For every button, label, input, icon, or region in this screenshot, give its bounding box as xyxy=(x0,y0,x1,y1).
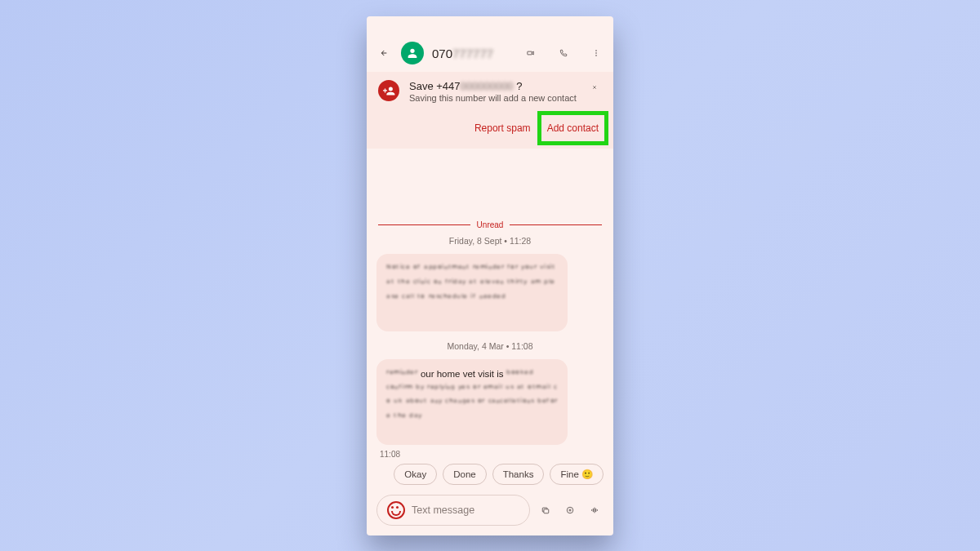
message-time: 11:08 xyxy=(380,450,613,459)
phone-frame: 070777777 xyxy=(367,16,613,535)
suggestion-chip[interactable]: Thanks xyxy=(492,464,545,485)
save-card-top: Save +447000000000 ? Saving this number … xyxy=(378,80,602,103)
divider-line xyxy=(378,224,470,225)
message-text-clear: our home vet visit is xyxy=(421,369,504,379)
svg-rect-4 xyxy=(544,509,549,513)
add-contact-button[interactable]: Add contact xyxy=(544,118,602,139)
save-card-title: Save +447000000000 ? xyxy=(409,80,577,92)
back-icon[interactable] xyxy=(375,44,393,62)
add-contact-avatar-icon xyxy=(378,80,399,101)
date-stamp: Monday, 4 Mar • 11:08 xyxy=(367,341,613,351)
header-actions xyxy=(522,44,605,62)
date-stamp: Friday, 8 Sept • 11:28 xyxy=(367,236,613,246)
spacer xyxy=(367,149,613,220)
suggestion-chip[interactable]: Done xyxy=(443,464,487,485)
save-contact-card: Save +447000000000 ? Saving this number … xyxy=(367,72,613,149)
save-card-actions: Report spam Add contact xyxy=(378,118,602,139)
contact-number-prefix: 070 xyxy=(432,47,452,60)
tutorial-highlight: Add contact xyxy=(544,118,602,139)
voice-call-icon[interactable] xyxy=(555,44,572,62)
svg-point-1 xyxy=(595,53,597,55)
more-options-icon[interactable] xyxy=(587,44,605,62)
unread-divider: Unread xyxy=(367,220,613,229)
contact-number-blurred: 777777 xyxy=(452,47,493,60)
status-bar-spacer xyxy=(367,16,613,40)
save-card-text: Save +447000000000 ? Saving this number … xyxy=(409,80,577,103)
suggestion-chip[interactable]: Okay xyxy=(394,464,437,485)
voice-message-icon[interactable] xyxy=(586,501,604,519)
unread-label: Unread xyxy=(477,220,504,229)
svg-point-0 xyxy=(595,51,597,52)
message-input[interactable]: Text message xyxy=(376,495,530,526)
divider-line xyxy=(510,224,602,225)
suggestion-chip[interactable]: Fine 🙂 xyxy=(550,464,604,485)
message-placeholder: Text message xyxy=(412,504,474,516)
message-text-redacted: ʳᵉᵐⁱⁿᵈᵉʳ xyxy=(386,369,421,379)
suggestion-row: Okay Done Thanks Fine 🙂 xyxy=(367,459,613,488)
report-spam-button[interactable]: Report spam xyxy=(471,118,534,139)
plus-icon[interactable] xyxy=(561,501,579,519)
video-call-icon[interactable] xyxy=(522,44,540,62)
emoji-icon[interactable] xyxy=(387,501,405,519)
message-text-redacted: ᴺᵒᵗⁱᶜᵉ ᵒᶠ ᵃᵖᵖᵒⁱⁿᵗᵐᵉⁿᵗ ʳᵉᵐⁱⁿᵈᵉʳ ᶠᵒʳ ʸᵒᵘʳ … xyxy=(386,262,558,305)
conversation-header: 070777777 xyxy=(367,39,613,67)
message-bubble[interactable]: ᴺᵒᵗⁱᶜᵉ ᵒᶠ ᵃᵖᵖᵒⁱⁿᵗᵐᵉⁿᵗ ʳᵉᵐⁱⁿᵈᵉʳ ᶠᵒʳ ʸᵒᵘʳ … xyxy=(376,254,568,331)
message-bubble[interactable]: ʳᵉᵐⁱⁿᵈᵉʳ our home vet visit is ᵇᵒᵒᵏᵉᵈᶜᵒⁿ… xyxy=(376,359,568,445)
page-background: 070777777 xyxy=(0,0,980,551)
svg-point-2 xyxy=(595,55,597,56)
contact-avatar[interactable] xyxy=(401,42,424,64)
gallery-icon[interactable] xyxy=(537,501,555,519)
contact-title: 070777777 xyxy=(432,47,493,60)
save-card-subtitle: Saving this number will add a new contac… xyxy=(409,93,577,103)
close-icon[interactable] xyxy=(587,80,602,95)
composer-bar: Text message xyxy=(367,488,613,535)
